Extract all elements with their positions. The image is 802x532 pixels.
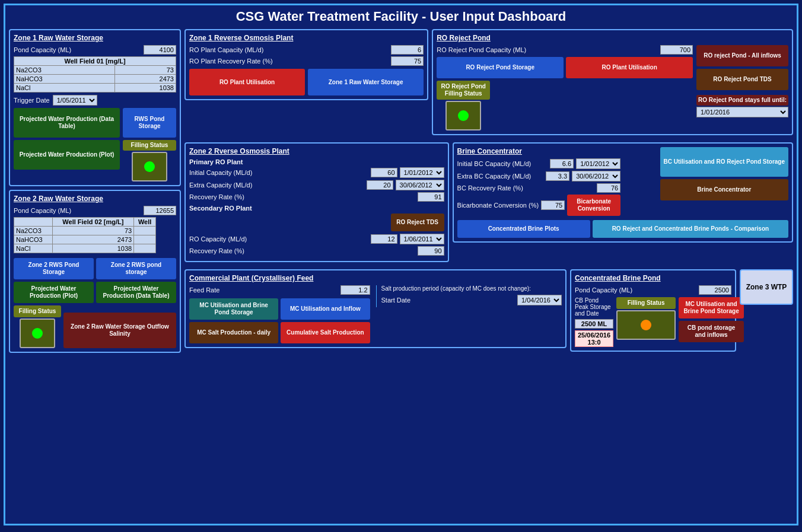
chem-name: NaHCO3	[14, 235, 53, 244]
zone1-rws-title: Zone 1 Raw Water Storage	[14, 34, 176, 42]
pond-capacity-input-z2[interactable]	[144, 206, 176, 215]
cb-cap-input[interactable]	[699, 285, 731, 295]
chem-value: 1038	[114, 84, 176, 93]
cb-peak-ml: 2500 ML	[575, 319, 613, 329]
chem-value2	[134, 235, 156, 244]
ro-reject-cap-label: RO Reject Pond Capacity (ML)	[437, 46, 660, 53]
bicarb-input[interactable]	[541, 200, 565, 210]
initial-bc-cap-label: Initial BC Capacity (ML/d)	[457, 160, 548, 167]
zone1-ro-panel: Zone 1 Reverse Osmosis Plant RO Plant Ca…	[184, 29, 428, 100]
rws-pond-storage-btn-z1[interactable]: RWS Pond Storage	[123, 108, 176, 138]
mc-util-brine-btn[interactable]: MC Utilisation and Brine Pond Storage	[189, 298, 278, 320]
sec-recovery-input-z2ro[interactable]	[418, 246, 444, 256]
feed-rate-input[interactable]	[340, 285, 370, 295]
sec-cap-label-z2ro: RO Capacity (ML/d)	[189, 235, 371, 243]
sec-cap-input-z2ro[interactable]	[371, 234, 397, 244]
zone1-ro-title: Zone 1 Reverse Osmosis Plant	[189, 34, 424, 42]
proj-water-plot-btn-z2[interactable]: Projected Water Production (Plot)	[14, 282, 94, 303]
mc-util-inflow-btn[interactable]: MC Utilisation and Inflow	[281, 298, 370, 320]
zone2-outflow-btn[interactable]: Zone 2 Raw Water Storage Outflow Salinit…	[63, 313, 176, 348]
trigger-date-select-z1[interactable]: 1/05/2011	[53, 95, 97, 106]
chem-name: NaCl	[14, 84, 115, 93]
filling-status-btn-z2[interactable]: Filling Status	[14, 305, 61, 317]
chem-name: Na2CO3	[14, 227, 53, 235]
secondary-ro-label: Secondary RO Plant	[189, 205, 444, 212]
sec-cap-date-z2ro[interactable]: 1/06/2011	[400, 234, 444, 244]
projected-water-prod-plot-btn-z1[interactable]: Projected Water Production (Plot)	[14, 140, 120, 170]
zone2-rws-pond-btn[interactable]: Zone 2 RWS pond storage	[96, 258, 176, 279]
zone1-rws-panel: Zone 1 Raw Water Storage Pond Capacity (…	[9, 29, 181, 186]
well-field-col2: Well	[134, 218, 156, 227]
table-row: NaHCO3 2473	[14, 75, 176, 84]
ro-reject-cap-input[interactable]	[660, 45, 693, 55]
zone2-rws-storage-btn[interactable]: Zone 2 RWS Pond Storage	[14, 258, 94, 279]
filling-status-btn-z1[interactable]: Filling Status	[123, 140, 176, 151]
ro-reject-filling-btn[interactable]: RO Reject Pond Filling Status	[437, 81, 490, 100]
projected-water-prod-table-btn-z1[interactable]: Projected Water Production (Data Table)	[14, 108, 120, 138]
chem-value: 2473	[114, 75, 176, 84]
well-field-header-z2	[14, 218, 53, 227]
chem-value2	[134, 227, 156, 235]
zone3-wtp-label: Zone 3 WTP	[746, 283, 787, 291]
filling-status-indicator-z2	[20, 318, 55, 348]
bicarb-conv-btn[interactable]: Bicarbonate Conversion	[567, 195, 620, 216]
page-title: CSG Water Treatment Facility - User Inpu…	[9, 9, 793, 24]
brine-conc-btn[interactable]: Brine Concentrator	[660, 179, 788, 200]
bc-recovery-input[interactable]	[597, 183, 620, 193]
zone2-ro-panel: Zone 2 Rverse Osmosis Plant Primary RO P…	[184, 142, 449, 262]
filling-status-indicator-z1	[132, 152, 167, 181]
ro-capacity-input-z1[interactable]	[391, 45, 424, 55]
sec-recovery-label-z2ro: Recovery Rate (%)	[189, 247, 418, 254]
extra-bc-cap-input[interactable]	[546, 171, 569, 181]
feed-rate-label: Feed Rate	[189, 286, 336, 294]
initial-bc-date[interactable]: 1/01/2012	[576, 158, 620, 169]
cb-filling-status-indicator	[616, 310, 676, 340]
cumulative-salt-btn[interactable]: Cumulative Salt Production	[281, 322, 370, 343]
initial-bc-cap-input[interactable]	[550, 159, 574, 168]
ro-reject-all-inflows-btn[interactable]: RO reject Pond - All inflows	[696, 45, 788, 66]
proj-water-table-btn-z2[interactable]: Projected Water Production (Data Table)	[96, 282, 176, 303]
chem-name: NaHCO3	[14, 75, 115, 84]
ro-reject-tds-btn[interactable]: RO Reject Pond TDS	[696, 69, 788, 90]
ro-reject-comp-btn[interactable]: RO Reject and Concentrated Brine Ponds -…	[593, 220, 788, 238]
bc-recovery-label: BC Recovery Rate (%)	[457, 184, 595, 192]
pond-capacity-input-z1[interactable]	[144, 45, 176, 55]
ro-recovery-input-z1[interactable]	[391, 56, 424, 66]
table-row: Na2CO3 73	[14, 66, 176, 75]
ro-capacity-label-z1: RO Plant Capacity (ML/d)	[189, 46, 391, 53]
mc-util-brine-cb-btn[interactable]: MC Utilisation and Brine Pond Storage	[679, 297, 744, 318]
zone1-rws-btn-ro[interactable]: Zone 1 Raw Water Storage	[308, 69, 424, 95]
start-date-select[interactable]: 1/04/2016	[517, 295, 562, 305]
concentration-table-z2: Well Field 02 [mg/L] Well Na2CO3 73	[14, 217, 156, 253]
cb-storage-inflows-btn[interactable]: CB pond storage and inflows	[679, 321, 744, 342]
outer-border: CSG Water Treatment Facility - User Inpu…	[4, 4, 798, 525]
ro-recovery-label-z1: RO Plant Recovery Rate (%)	[189, 58, 391, 65]
extra-cap-label-z2ro: Extra Capacity (ML/d)	[189, 181, 367, 189]
ro-plant-util-btn-z1[interactable]: RO Plant Utilisation	[189, 69, 305, 95]
extra-cap-date-z2ro[interactable]: 30/06/2012	[396, 180, 444, 190]
extra-cap-input-z2ro[interactable]	[367, 180, 393, 190]
ro-reject-tds-btn-z2[interactable]: RO Reject TDS	[391, 214, 444, 231]
mc-salt-daily-btn[interactable]: MC Salt Production - daily	[189, 322, 278, 343]
ro-reject-storage-btn[interactable]: RO Reject Pond Storage	[437, 57, 564, 78]
bc-util-btn[interactable]: BC Utilisation and RO Reject Pond Storag…	[660, 147, 788, 177]
extra-bc-date[interactable]: 30/06/2012	[572, 171, 620, 181]
ro-reject-stays-full-select[interactable]: 1/01/2016	[696, 107, 788, 117]
status-circle-cb	[641, 320, 651, 330]
bicarb-label: Bicarbonate Conversion (%)	[457, 202, 539, 209]
cb-peak-date: 25/06/2016 13:0	[575, 330, 613, 347]
commercial-plant-title: Commercial Plant (Crystalliser) Feed	[189, 274, 562, 282]
recovery-input-z2ro[interactable]	[418, 192, 444, 202]
ro-plant-util-btn-reject[interactable]: RO Plant Utilisation	[566, 57, 693, 78]
commercial-plant-panel: Commercial Plant (Crystalliser) Feed Fee…	[184, 269, 567, 348]
cb-filling-status-btn[interactable]: Filling Status	[616, 297, 676, 309]
pond-capacity-label-z1: Pond Capacity (ML)	[14, 46, 144, 53]
ro-reject-pond-title: RO Reject Pond	[437, 34, 788, 42]
initial-cap-input-z2ro[interactable]	[371, 168, 397, 177]
well-field-header-z1: Well Field 01 [mg/L]	[14, 57, 176, 66]
initial-cap-date-z2ro[interactable]: 1/01/2012	[400, 167, 444, 178]
salt-prod-label: Salt production period (capacity of MC d…	[381, 285, 562, 292]
primary-ro-label: Primary RO Plant	[189, 158, 444, 165]
brine-conc-title: Brine Concentrator	[457, 147, 621, 155]
conc-brine-plots-btn[interactable]: Concentrated Brine Plots	[457, 220, 590, 238]
